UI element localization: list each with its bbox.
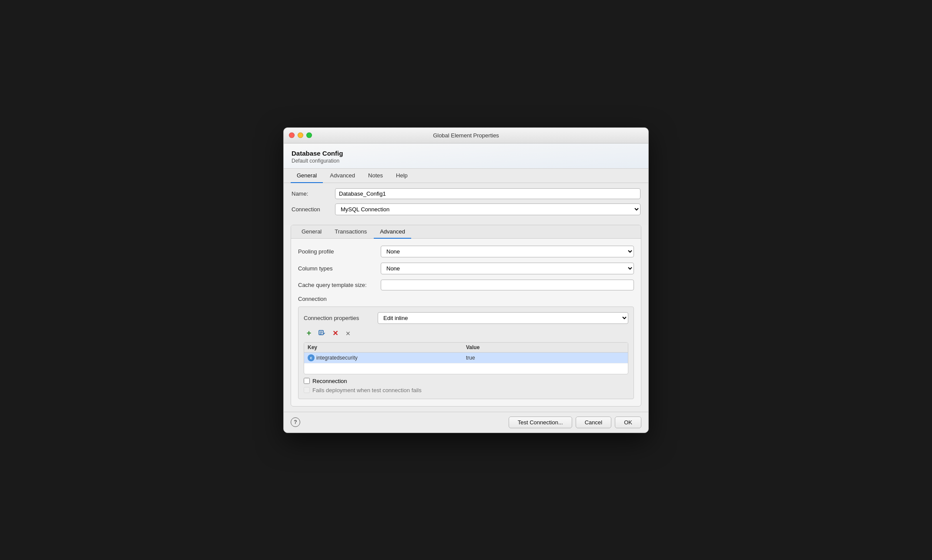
fails-deployment-row: Fails deployment when test connection fa… bbox=[304, 387, 628, 393]
pooling-profile-row: Pooling profile None bbox=[298, 246, 634, 257]
kv-value-cell: true bbox=[466, 355, 624, 361]
header-title: Database Config bbox=[292, 150, 640, 157]
inner-tab-advanced[interactable]: Advanced bbox=[374, 225, 411, 239]
outer-tab-bar: General Advanced Notes Help bbox=[284, 169, 648, 183]
mule-icon: c bbox=[308, 354, 315, 361]
fails-deployment-checkbox[interactable] bbox=[304, 387, 310, 393]
connection-section: Connection Connection properties Edit in… bbox=[298, 296, 634, 399]
connection-section-title: Connection bbox=[298, 296, 634, 302]
title-bar: Global Element Properties bbox=[284, 128, 648, 143]
form-section: Name: Connection MySQL Connection bbox=[284, 183, 648, 225]
conn-props-row: Connection properties Edit inline bbox=[304, 312, 628, 324]
inner-tab-bar: General Transactions Advanced bbox=[291, 225, 641, 239]
tab-notes[interactable]: Notes bbox=[362, 169, 389, 183]
column-types-select[interactable]: None bbox=[381, 263, 634, 274]
maximize-button[interactable] bbox=[306, 133, 312, 138]
cache-query-input[interactable] bbox=[381, 280, 634, 290]
cancel-button[interactable]: Cancel bbox=[576, 417, 611, 428]
connection-label: Connection bbox=[292, 206, 335, 213]
dialog-footer: ? Test Connection... Cancel OK bbox=[284, 412, 648, 433]
kv-key-header: Key bbox=[308, 344, 466, 350]
tab-advanced[interactable]: Advanced bbox=[324, 169, 361, 183]
cache-query-row: Cache query template size: bbox=[298, 280, 634, 290]
table-row[interactable]: c integratedsecurity true bbox=[304, 353, 628, 363]
name-row: Name: bbox=[292, 188, 640, 199]
kv-key-text: integratedsecurity bbox=[316, 355, 358, 361]
inner-tab-transactions[interactable]: Transactions bbox=[329, 225, 373, 239]
traffic-lights bbox=[289, 133, 312, 138]
conn-props-label: Connection properties bbox=[304, 315, 378, 321]
minimize-button[interactable] bbox=[298, 133, 303, 138]
connection-sub: Connection properties Edit inline + bbox=[298, 307, 634, 399]
kv-empty-row bbox=[304, 363, 628, 374]
fails-deployment-label: Fails deployment when test connection fa… bbox=[312, 387, 422, 393]
pooling-profile-select[interactable]: None bbox=[381, 246, 634, 257]
cache-query-label: Cache query template size: bbox=[298, 282, 381, 288]
kv-key-cell: c integratedsecurity bbox=[308, 354, 466, 361]
name-label: Name: bbox=[292, 190, 335, 197]
close-button[interactable] bbox=[289, 133, 295, 138]
header-subtitle: Default configuration bbox=[292, 158, 640, 164]
reconnection-row: Reconnection bbox=[304, 378, 628, 384]
key-value-table: Key Value c integratedsecurity true bbox=[304, 342, 628, 374]
tab-help[interactable]: Help bbox=[390, 169, 414, 183]
inner-tab-general[interactable]: General bbox=[295, 225, 328, 239]
window-title: Global Element Properties bbox=[433, 132, 499, 139]
connection-row: Connection MySQL Connection bbox=[292, 203, 640, 215]
dialog-header: Database Config Default configuration bbox=[284, 143, 648, 169]
kv-value-header: Value bbox=[466, 344, 624, 350]
settings-button[interactable]: ✕ bbox=[343, 328, 353, 339]
help-button[interactable]: ? bbox=[291, 417, 300, 427]
column-types-row: Column types None bbox=[298, 263, 634, 274]
tab-general[interactable]: General bbox=[291, 169, 323, 183]
name-input[interactable] bbox=[335, 188, 640, 199]
inner-panel: General Transactions Advanced Pooling pr… bbox=[291, 225, 641, 407]
connection-select[interactable]: MySQL Connection bbox=[335, 203, 640, 215]
add-button[interactable]: + bbox=[304, 328, 314, 339]
ok-button[interactable]: OK bbox=[615, 417, 641, 428]
kv-header: Key Value bbox=[304, 343, 628, 353]
edit-button[interactable] bbox=[317, 328, 327, 339]
reconnection-label: Reconnection bbox=[312, 378, 347, 384]
delete-button[interactable]: ✕ bbox=[330, 328, 340, 339]
reconnection-checkbox[interactable] bbox=[304, 378, 310, 384]
inner-content: Pooling profile None Column types None C… bbox=[291, 239, 641, 406]
column-types-label: Column types bbox=[298, 265, 381, 272]
pooling-profile-label: Pooling profile bbox=[298, 248, 381, 255]
dialog: Global Element Properties Database Confi… bbox=[283, 127, 649, 433]
toolbar: + ✕ ✕ bbox=[304, 328, 628, 339]
test-connection-button[interactable]: Test Connection... bbox=[509, 417, 572, 428]
conn-props-select[interactable]: Edit inline bbox=[378, 312, 628, 324]
